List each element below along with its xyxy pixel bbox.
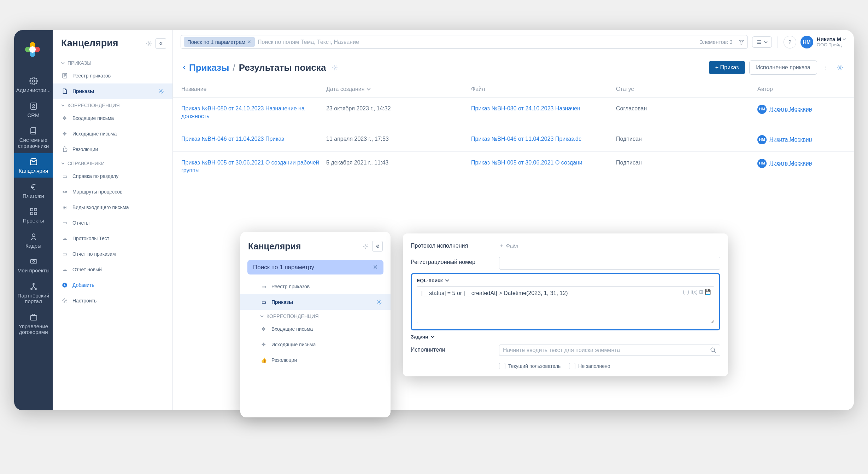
rail-item-projects[interactable]: Проекты (14, 203, 53, 227)
svg-rect-13 (30, 316, 37, 320)
sidebar-group-correspondence[interactable]: КОРРЕСПОНДЕНЦИЯ (53, 99, 172, 110)
sidebar-item-order-report[interactable]: ▭Отчет по приказам (53, 246, 172, 262)
gear-icon[interactable] (332, 64, 338, 71)
eql-textarea[interactable] (417, 286, 714, 323)
add-file-button[interactable]: ＋ Файл (499, 241, 720, 251)
sidebar-item-orders[interactable]: Приказы (53, 83, 172, 99)
chevron-down-icon (430, 335, 435, 339)
popup-item-registry[interactable]: ▭ Реестр приказов (240, 279, 391, 294)
table-row[interactable]: Приказ №ВН-046 от 11.04.2023 Приказ 11 а… (173, 128, 854, 152)
eql-header[interactable]: EQL-поиск (417, 278, 714, 283)
chip-close-icon[interactable]: ✕ (247, 39, 251, 45)
svg-point-23 (64, 300, 65, 301)
th-status[interactable]: Статус (616, 86, 757, 92)
author-link[interactable]: Никита Москвин (769, 136, 812, 144)
sidebar-item-new-report[interactable]: ☁Отчет новый (53, 262, 172, 277)
inbox-icon: ✥ (61, 115, 68, 122)
author-link[interactable]: Никита Москвин (769, 105, 812, 113)
author-link[interactable]: Никита Москвин (769, 160, 812, 167)
checkbox-current-user[interactable]: Текущий пользователь (499, 363, 561, 369)
rail-item-myprojects[interactable]: Мои проекты (14, 253, 53, 277)
executor-search[interactable] (499, 345, 720, 356)
rail-item-hr[interactable]: Кадры (14, 228, 53, 253)
gear-icon[interactable] (158, 88, 164, 94)
search-icon[interactable] (710, 347, 716, 353)
rail-item-refs[interactable]: Системные справочники (14, 122, 53, 152)
popup-item-res[interactable]: 👍Резолюции (240, 352, 391, 368)
insert-icon[interactable]: (+) (683, 289, 689, 295)
money-icon (29, 256, 39, 266)
checkbox-not-filled[interactable]: Не заполнено (569, 363, 610, 369)
executor-input[interactable] (503, 347, 707, 353)
svg-point-26 (365, 245, 366, 247)
gear-icon[interactable] (835, 62, 845, 73)
sidebar-item-reports[interactable]: ▭Отчеты (53, 215, 172, 231)
search-bar[interactable]: Поиск по 1 параметрам ✕ Элементов: 3 (181, 35, 748, 49)
filter-icon[interactable] (738, 39, 745, 45)
rail-item-registry[interactable]: Канцелярия (14, 153, 53, 178)
chip-close-icon[interactable]: ✕ (373, 264, 378, 271)
help-button[interactable]: ? (784, 36, 796, 48)
table-row[interactable]: Приказ №ВН-005 от 30.06.2021 О создании … (173, 152, 854, 182)
sidebar-item-outbox[interactable]: ✥ Исходящие письма (53, 126, 172, 141)
view-mode-button[interactable] (752, 36, 772, 48)
search-chip[interactable]: Поиск по 1 параметрам ✕ (184, 37, 255, 47)
file-link[interactable]: Приказ №ВН-005 от 30.06.2021 О создани (471, 159, 609, 167)
th-name[interactable]: Название (181, 86, 326, 92)
euro-icon (29, 182, 39, 192)
gear-icon[interactable] (146, 40, 152, 47)
rail-item-crm[interactable]: CRM (14, 98, 53, 122)
eql-section: EQL-поиск (+) f(x) ⊞ 💾 (411, 273, 720, 330)
popup-item-inbox[interactable]: ✥Входящие письма (240, 321, 391, 337)
tasks-header[interactable]: Задачи (411, 334, 720, 340)
rail-item-admin[interactable]: Администри... (14, 73, 53, 97)
th-file[interactable]: Файл (471, 86, 616, 92)
gear-icon[interactable] (363, 243, 369, 249)
more-icon[interactable]: ⋮ (821, 63, 831, 73)
save-icon[interactable]: 💾 (705, 289, 711, 295)
gear-icon[interactable] (376, 299, 382, 305)
sidebar-item-registry[interactable]: Реестр приказов (53, 68, 172, 83)
regnum-input[interactable] (499, 257, 720, 270)
table-row[interactable]: Приказ №ВН-080 от 24.10.2023 Назначение … (173, 98, 854, 128)
rail-item-contracts[interactable]: Управление договорами (14, 309, 53, 339)
breadcrumb-back[interactable]: Приказы (181, 62, 229, 73)
field-icon[interactable]: ⊞ (699, 289, 703, 295)
exec-order-button[interactable]: Исполнение приказа (749, 60, 817, 75)
popup-group-corr[interactable]: КОРРЕСПОНДЕНЦИЯ (240, 310, 391, 321)
th-date[interactable]: Дата создания (326, 86, 471, 92)
sidebar-item-help[interactable]: ▭Справка по разделу (53, 168, 172, 184)
filter-chip[interactable]: Поиск по 1 параметру ✕ (247, 260, 383, 274)
order-link[interactable]: Приказ №ВН-046 от 11.04.2023 Приказ (181, 135, 319, 143)
file-link[interactable]: Приказ №ВН-046 от 11.04.2023 Приказ.dc (471, 135, 609, 143)
sidebar-add-button[interactable]: Добавить (53, 277, 172, 293)
order-link[interactable]: Приказ №ВН-005 от 30.06.2021 О создании … (181, 159, 319, 175)
svg-point-10 (33, 283, 34, 285)
popup-item-orders[interactable]: ▭ Приказы (240, 294, 391, 310)
app-logo (24, 41, 41, 58)
collapse-button[interactable] (156, 38, 166, 49)
sidebar-group-orders[interactable]: ПРИКАЗЫ (53, 57, 172, 68)
sidebar-item-types[interactable]: ⊞Виды входящего письма (53, 200, 172, 215)
svg-point-18 (29, 46, 36, 53)
sidebar-group-refs[interactable]: СПРАВОЧНИКИ (53, 157, 172, 168)
th-author[interactable]: Автор (757, 86, 845, 92)
sidebar-item-protocols[interactable]: ☁Протоколы Тест (53, 231, 172, 246)
collapse-button[interactable] (372, 241, 383, 252)
sidebar-item-routes[interactable]: ⫘Маршруты процессов (53, 184, 172, 200)
sidebar-configure-button[interactable]: Настроить (53, 293, 172, 308)
page-icon (61, 88, 68, 95)
order-link[interactable]: Приказ №ВН-080 от 24.10.2023 Назначение … (181, 105, 319, 121)
gear-icon (29, 76, 39, 86)
sidebar-item-inbox[interactable]: ✥ Входящие письма (53, 110, 172, 126)
user-menu[interactable]: НМ Никита М ООО Трейд (800, 36, 846, 48)
chevron-left-icon (375, 244, 380, 249)
rail-item-payments[interactable]: Платежи (14, 178, 53, 203)
file-link[interactable]: Приказ №ВН-080 от 24.10.2023 Назначен (471, 105, 609, 112)
search-input[interactable] (258, 39, 697, 45)
sidebar-item-resolutions[interactable]: Резолюции (53, 141, 172, 157)
rail-item-partner[interactable]: Партнёрский портал (14, 278, 53, 308)
fx-icon[interactable]: f(x) (691, 289, 698, 295)
popup-item-outbox[interactable]: ✥Исходящие письма (240, 337, 391, 352)
new-order-button[interactable]: + Приказ (709, 61, 745, 74)
